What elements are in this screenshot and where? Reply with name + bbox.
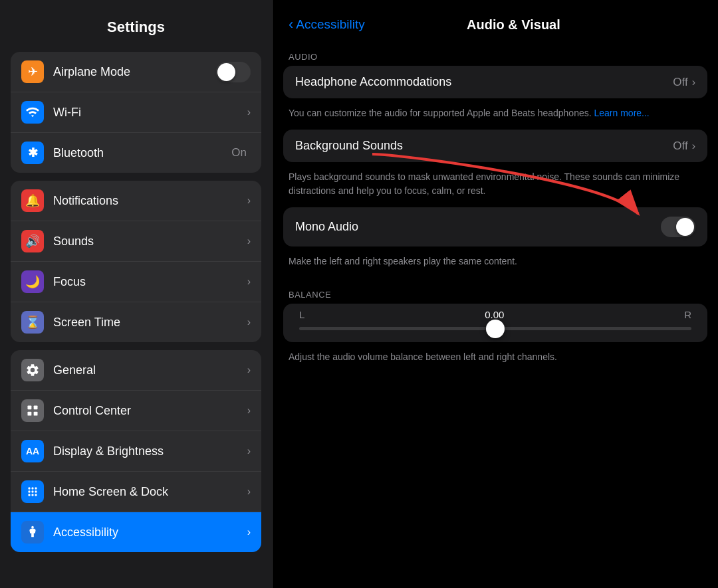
audio-section-label: AUDIO	[273, 40, 718, 66]
focus-chevron: ›	[247, 276, 251, 288]
svg-rect-2	[28, 412, 32, 416]
balance-thumb[interactable]	[486, 320, 505, 338]
svg-point-10	[28, 494, 30, 496]
notifications-chevron: ›	[247, 195, 251, 207]
balance-right-label: R	[684, 309, 691, 320]
balance-slider-container: L 0.00 R	[283, 304, 707, 342]
balance-section-label: BALANCE	[273, 278, 718, 304]
bluetooth-value: On	[231, 146, 247, 159]
headphone-accommodations-group: Headphone Accommodations Off ›	[283, 66, 707, 98]
wifi-icon	[21, 101, 44, 124]
sidebar-item-wifi[interactable]: Wi-Fi ›	[11, 92, 261, 133]
balance-track[interactable]	[299, 327, 691, 330]
balance-left-label: L	[299, 309, 304, 320]
display-icon: AA	[21, 440, 44, 462]
sidebar-item-accessibility[interactable]: Accessibility ›	[11, 512, 261, 552]
headphone-accommodations-label: Headphone Accommodations	[295, 75, 673, 89]
notifications-icon: 🔔	[21, 189, 44, 212]
background-sounds-value: Off	[673, 140, 687, 153]
accessibility-chevron: ›	[247, 526, 251, 538]
balance-description: Adjust the audio volume balance between …	[273, 345, 718, 373]
svg-rect-3	[34, 412, 38, 416]
control-center-icon	[21, 399, 44, 422]
sidebar-item-airplane-mode[interactable]: ✈ Airplane Mode	[11, 52, 261, 92]
airplane-mode-toggle[interactable]	[216, 62, 251, 82]
balance-value: 0.00	[485, 309, 504, 320]
sidebar-group-device: General › Control Center › AA Display & …	[11, 350, 261, 552]
background-sounds-label: Background Sounds	[295, 139, 673, 153]
sidebar-item-display-brightness[interactable]: AA Display & Brightness ›	[11, 431, 261, 472]
svg-point-13	[31, 526, 34, 529]
general-icon	[21, 359, 44, 381]
home-screen-chevron: ›	[247, 486, 251, 498]
headphone-accommodations-chevron: ›	[692, 76, 695, 88]
main-header: ‹ Accessibility Audio & Visual	[273, 0, 718, 40]
back-button[interactable]: ‹ Accessibility	[289, 16, 365, 33]
svg-rect-0	[28, 406, 32, 410]
mono-audio-group: Mono Audio	[283, 207, 707, 246]
balance-labels: L 0.00 R	[299, 309, 691, 320]
sidebar-item-sounds[interactable]: 🔊 Sounds ›	[11, 221, 261, 262]
accessibility-icon	[21, 521, 44, 543]
background-sounds-row[interactable]: Background Sounds Off ›	[283, 130, 707, 162]
svg-point-9	[35, 490, 37, 492]
focus-icon: 🌙	[21, 270, 44, 293]
headphone-accommodations-value: Off	[673, 76, 687, 89]
background-sounds-description: Plays background sounds to mask unwanted…	[273, 165, 718, 207]
display-brightness-label: Display & Brightness	[53, 444, 247, 458]
control-center-label: Control Center	[53, 404, 247, 418]
sidebar-item-home-screen[interactable]: Home Screen & Dock ›	[11, 472, 261, 512]
airplane-mode-label: Airplane Mode	[53, 65, 216, 79]
background-sounds-chevron: ›	[692, 140, 695, 152]
headphone-accommodations-description: You can customize the audio for supporte…	[273, 101, 718, 130]
learn-more-link[interactable]: Learn more...	[594, 108, 650, 118]
general-label: General	[53, 363, 247, 377]
accessibility-label: Accessibility	[53, 526, 247, 539]
mono-audio-toggle[interactable]	[661, 217, 695, 237]
mono-audio-label: Mono Audio	[295, 220, 661, 234]
back-chevron-icon: ‹	[289, 16, 293, 33]
wifi-label: Wi-Fi	[53, 106, 247, 120]
svg-point-6	[35, 487, 37, 489]
wifi-chevron: ›	[247, 106, 251, 118]
headphone-accommodations-row[interactable]: Headphone Accommodations Off ›	[283, 66, 707, 98]
bluetooth-icon: ✱	[21, 142, 44, 164]
mono-audio-row[interactable]: Mono Audio	[283, 207, 707, 246]
sidebar-item-notifications[interactable]: 🔔 Notifications ›	[11, 181, 261, 221]
svg-rect-1	[34, 406, 38, 410]
sidebar-item-focus[interactable]: 🌙 Focus ›	[11, 262, 261, 302]
svg-point-12	[35, 494, 37, 496]
svg-point-7	[28, 490, 30, 492]
sidebar-item-bluetooth[interactable]: ✱ Bluetooth On	[11, 133, 261, 173]
main-panel: ‹ Accessibility Audio & Visual AUDIO Hea…	[273, 0, 718, 588]
home-screen-icon	[21, 480, 44, 503]
sounds-icon: 🔊	[21, 230, 44, 252]
bluetooth-label: Bluetooth	[53, 146, 231, 160]
page-title: Audio & Visual	[365, 17, 662, 33]
background-sounds-group: Background Sounds Off ›	[283, 130, 707, 162]
sidebar-group-alerts: 🔔 Notifications › 🔊 Sounds › 🌙 Focus › ⌛…	[11, 181, 261, 342]
general-chevron: ›	[247, 364, 251, 376]
screen-time-label: Screen Time	[53, 316, 247, 330]
control-center-chevron: ›	[247, 405, 251, 417]
sounds-label: Sounds	[53, 235, 247, 248]
focus-label: Focus	[53, 275, 247, 289]
mono-audio-description: Make the left and right speakers play th…	[273, 249, 718, 278]
sounds-chevron: ›	[247, 235, 251, 247]
svg-point-5	[31, 487, 33, 489]
sidebar: Settings ✈ Airplane Mode Wi-Fi › ✱ Bluet…	[0, 0, 273, 588]
sidebar-item-screen-time[interactable]: ⌛ Screen Time ›	[11, 302, 261, 342]
mono-audio-section: Mono Audio	[273, 207, 718, 249]
svg-point-11	[31, 494, 33, 496]
sidebar-group-connectivity: ✈ Airplane Mode Wi-Fi › ✱ Bluetooth On	[11, 52, 261, 173]
svg-point-4	[28, 487, 30, 489]
home-screen-label: Home Screen & Dock	[53, 485, 247, 499]
sidebar-item-general[interactable]: General ›	[11, 350, 261, 391]
sidebar-item-control-center[interactable]: Control Center ›	[11, 391, 261, 431]
notifications-label: Notifications	[53, 194, 247, 208]
display-chevron: ›	[247, 445, 251, 457]
svg-point-8	[31, 490, 33, 492]
screen-time-chevron: ›	[247, 316, 251, 328]
screen-time-icon: ⌛	[21, 311, 44, 334]
airplane-icon: ✈	[21, 60, 44, 83]
